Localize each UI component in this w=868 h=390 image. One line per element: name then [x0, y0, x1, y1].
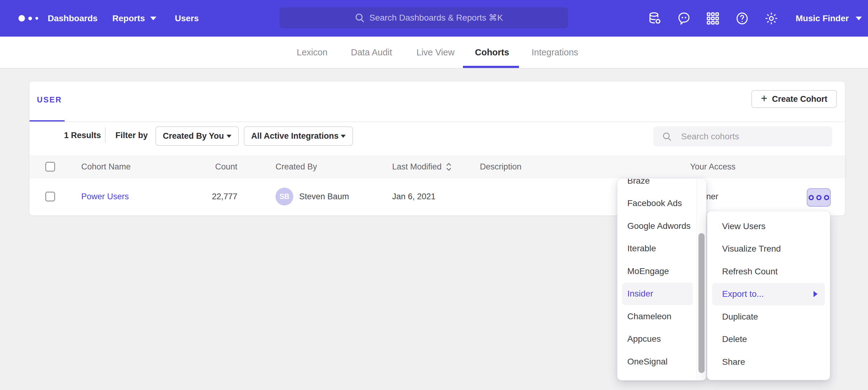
data-settings-icon[interactable] — [648, 11, 662, 26]
menu-item-share[interactable]: Share — [707, 351, 830, 373]
avatar: SB — [276, 188, 293, 205]
created-by-name: Steven Baum — [299, 192, 349, 201]
menu-item-view-users[interactable]: View Users — [707, 215, 830, 238]
row-context-menu: View Users Visualize Trend Refresh Count… — [707, 211, 830, 380]
header-count: Count — [176, 162, 237, 172]
global-search-bar[interactable] — [279, 7, 568, 28]
three-dots-icon — [809, 195, 814, 200]
header-last-modified[interactable]: Last Modified — [392, 162, 452, 172]
divider — [105, 128, 105, 143]
header-cohort-name: Cohort Name — [81, 162, 131, 172]
help-icon[interactable] — [735, 11, 749, 26]
menu-item-delete[interactable]: Delete — [707, 328, 830, 351]
apps-grid-icon[interactable] — [706, 11, 720, 26]
section-tabbar: Lexicon Data Audit Live View Cohorts Int… — [0, 37, 868, 69]
feedback-icon[interactable] — [677, 11, 691, 26]
cohort-type-tab-user[interactable]: USER — [37, 95, 62, 104]
active-tab-underline — [463, 66, 519, 68]
export-to-submenu: Braze Facebook Ads Google Adwords Iterab… — [617, 178, 706, 381]
cohort-name-link[interactable]: Power Users — [81, 192, 129, 201]
nav-item-users[interactable]: Users — [175, 0, 199, 37]
app-screen: Dashboards Reports Users — [0, 0, 868, 390]
submenu-list: Braze Facebook Ads Google Adwords Iterab… — [617, 178, 706, 373]
caret-down-icon — [341, 135, 346, 138]
menu-item-export-to[interactable]: Export to... — [712, 283, 825, 306]
submenu-item-onesignal[interactable]: OneSignal — [617, 350, 692, 373]
plus-icon: + — [761, 93, 767, 104]
divider — [30, 122, 845, 122]
submenu-item-facebook-ads[interactable]: Facebook Ads — [617, 192, 692, 215]
cohort-search-bar[interactable] — [653, 126, 832, 147]
row-checkbox[interactable] — [45, 192, 55, 201]
create-cohort-button[interactable]: + Create Cohort — [751, 90, 837, 108]
global-search-input[interactable] — [369, 7, 560, 28]
header-your-access: Your Access — [690, 162, 736, 172]
menu-item-duplicate[interactable]: Duplicate — [707, 305, 830, 328]
search-icon — [661, 131, 673, 142]
settings-gear-icon[interactable] — [764, 11, 779, 26]
last-modified-date: Jan 6, 2021 — [392, 192, 436, 201]
nav-item-reports[interactable]: Reports — [112, 0, 156, 37]
row-actions-button[interactable] — [807, 188, 831, 207]
caret-down-icon — [856, 17, 862, 20]
caret-down-icon — [226, 135, 231, 138]
integrations-filter-dropdown[interactable]: All Active Integrations — [244, 126, 353, 146]
submenu-item-moengage[interactable]: MoEngage — [617, 260, 692, 283]
filter-by-label: Filter by — [116, 131, 148, 140]
header-description: Description — [480, 162, 521, 172]
submenu-item-appcues[interactable]: Appcues — [617, 328, 692, 351]
tab-data-audit[interactable]: Data Audit — [351, 37, 392, 68]
top-navbar: Dashboards Reports Users — [0, 0, 868, 37]
sort-icon — [445, 162, 452, 171]
submenu-scrollbar-thumb[interactable] — [699, 233, 705, 373]
cohorts-panel: USER + Create Cohort 1 Results Filter by… — [29, 81, 845, 215]
menu-item-refresh-count[interactable]: Refresh Count — [707, 260, 830, 283]
cohort-count: 22,777 — [176, 192, 237, 201]
search-icon — [354, 12, 366, 24]
nav-item-dashboards[interactable]: Dashboards — [48, 0, 98, 37]
submenu-arrow-icon — [813, 291, 817, 297]
submenu-item-chameleon[interactable]: Chameleon — [617, 305, 692, 328]
menu-item-visualize-trend[interactable]: Visualize Trend — [707, 238, 830, 261]
tab-live-view[interactable]: Live View — [416, 37, 455, 68]
created-by-filter-dropdown[interactable]: Created By You — [155, 126, 239, 146]
table-row-power-users: Power Users 22,777 SB Steven Baum Jan 6,… — [30, 178, 845, 215]
submenu-item-braze[interactable]: Braze — [617, 178, 692, 192]
submenu-item-insider[interactable]: Insider — [622, 283, 693, 305]
header-created-by: Created By — [276, 162, 317, 172]
caret-down-icon — [150, 17, 156, 20]
project-switcher[interactable]: Music Finder — [796, 0, 862, 37]
submenu-item-iterable[interactable]: Iterable — [617, 237, 692, 260]
tab-cohorts[interactable]: Cohorts — [475, 37, 509, 68]
table-header-row: Cohort Name Count Created By Last Modifi… — [30, 156, 845, 178]
app-logo-dots-icon[interactable] — [19, 0, 38, 37]
select-all-checkbox[interactable] — [45, 162, 55, 172]
tab-integrations[interactable]: Integrations — [532, 37, 578, 68]
cohort-search-input[interactable] — [681, 126, 823, 147]
tab-lexicon[interactable]: Lexicon — [297, 37, 328, 68]
results-count: 1 Results — [64, 131, 101, 140]
submenu-item-google-adwords[interactable]: Google Adwords — [617, 215, 692, 237]
